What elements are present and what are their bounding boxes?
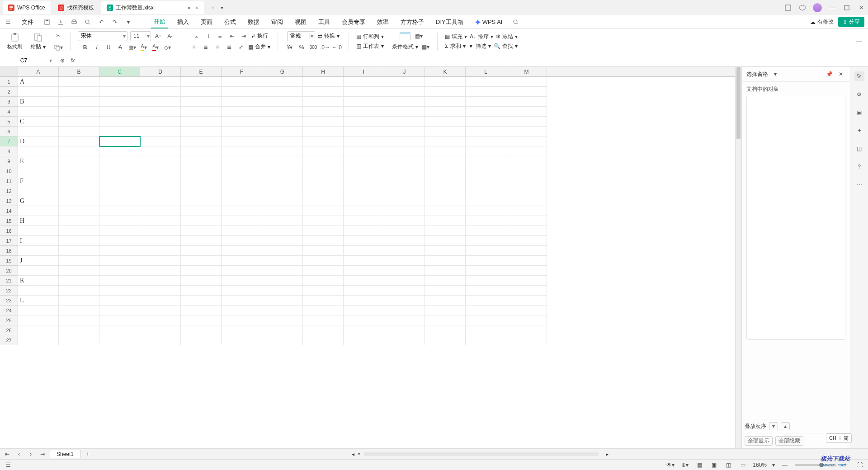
col-header-H[interactable]: H: [303, 67, 344, 76]
cell-I16[interactable]: [344, 226, 384, 236]
cell-K17[interactable]: [425, 236, 466, 246]
cell-J10[interactable]: [384, 166, 425, 176]
sheet-tab-1[interactable]: Sheet1: [50, 450, 80, 458]
cell-A19[interactable]: J: [18, 256, 59, 266]
cell-J8[interactable]: [384, 146, 425, 156]
cell-E19[interactable]: [181, 256, 222, 266]
cell-I2[interactable]: [344, 87, 384, 97]
collapse-ribbon-icon[interactable]: —: [854, 37, 863, 46]
paste-icon[interactable]: [32, 32, 44, 42]
menu-data[interactable]: 数据: [245, 16, 262, 28]
row-header-7[interactable]: 7: [0, 136, 18, 146]
cell-I23[interactable]: [344, 296, 384, 306]
cell-E7[interactable]: [181, 136, 222, 146]
row-header-21[interactable]: 21: [0, 276, 18, 286]
cell-M22[interactable]: [506, 286, 547, 296]
cell-K20[interactable]: [425, 266, 466, 276]
cell-A26[interactable]: [18, 325, 59, 335]
paste-label[interactable]: 粘贴▾: [30, 43, 46, 51]
format-as-table-icon[interactable]: ▦▾: [421, 42, 430, 52]
zoom-out-icon[interactable]: —: [780, 461, 789, 470]
menu-efficiency[interactable]: 效率: [374, 16, 392, 28]
redo-icon[interactable]: ↷: [110, 18, 119, 27]
cell-K12[interactable]: [425, 186, 466, 196]
cell-G7[interactable]: [262, 136, 303, 146]
cell-H22[interactable]: [303, 286, 344, 296]
horizontal-scrollbar[interactable]: ◂•▸: [95, 451, 865, 457]
align-justify-icon[interactable]: ≣: [225, 42, 234, 52]
cell-F26[interactable]: [222, 325, 262, 335]
cell-I20[interactable]: [344, 266, 384, 276]
cell-E13[interactable]: [181, 196, 222, 206]
menu-wps-ai[interactable]: WPS AI: [472, 17, 505, 27]
fill-button[interactable]: ▦填充▾: [445, 33, 467, 41]
cell-G12[interactable]: [262, 186, 303, 196]
col-header-K[interactable]: K: [425, 67, 466, 76]
row-header-19[interactable]: 19: [0, 256, 18, 266]
toolbox-tool-icon[interactable]: ✦: [854, 126, 864, 136]
row-header-3[interactable]: 3: [0, 97, 18, 107]
row-header-5[interactable]: 5: [0, 117, 18, 127]
cell-C12[interactable]: [99, 186, 140, 196]
cell-D15[interactable]: [140, 216, 181, 226]
cell-L4[interactable]: [466, 107, 506, 117]
cell-F21[interactable]: [222, 276, 262, 286]
cell-C3[interactable]: [99, 97, 140, 107]
cell-A3[interactable]: B: [18, 97, 59, 107]
cell-A9[interactable]: E: [18, 156, 59, 166]
search-icon[interactable]: [511, 18, 520, 27]
cell-C22[interactable]: [99, 286, 140, 296]
comma-icon[interactable]: 000: [309, 43, 318, 52]
cell-A5[interactable]: C: [18, 117, 59, 127]
cell-A11[interactable]: F: [18, 176, 59, 186]
cell-F2[interactable]: [222, 87, 262, 97]
cell-L15[interactable]: [466, 216, 506, 226]
window-layout-icon[interactable]: [784, 4, 792, 12]
cell-C10[interactable]: [99, 166, 140, 176]
hamburger-icon[interactable]: ☰: [4, 18, 13, 27]
cell-M3[interactable]: [506, 97, 547, 107]
more-tool-icon[interactable]: ⋯: [854, 180, 864, 190]
cell-E22[interactable]: [181, 286, 222, 296]
cell-M25[interactable]: [506, 315, 547, 325]
cell-C17[interactable]: [99, 236, 140, 246]
cell-G23[interactable]: [262, 296, 303, 306]
cell-C1[interactable]: [99, 77, 140, 87]
cell-C11[interactable]: [99, 176, 140, 186]
cell-J6[interactable]: [384, 127, 425, 136]
cell-I19[interactable]: [344, 256, 384, 266]
cell-K23[interactable]: [425, 296, 466, 306]
cell-M11[interactable]: [506, 176, 547, 186]
cell-H18[interactable]: [303, 246, 344, 256]
cell-M9[interactable]: [506, 156, 547, 166]
cell-A17[interactable]: I: [18, 236, 59, 246]
cell-K1[interactable]: [425, 77, 466, 87]
cell-K16[interactable]: [425, 226, 466, 236]
cell-G26[interactable]: [262, 325, 303, 335]
align-center-icon[interactable]: ≣: [201, 42, 210, 52]
cell-I25[interactable]: [344, 315, 384, 325]
cell-F1[interactable]: [222, 77, 262, 87]
cell-B20[interactable]: [59, 266, 99, 276]
print-icon[interactable]: [70, 18, 79, 27]
cell-F25[interactable]: [222, 315, 262, 325]
cell-J23[interactable]: [384, 296, 425, 306]
cell-L7[interactable]: [466, 136, 506, 146]
first-sheet-icon[interactable]: ⇤: [3, 450, 12, 459]
cond-format-button[interactable]: 条件格式▾: [392, 43, 418, 51]
align-middle-icon[interactable]: ⫲: [204, 32, 213, 41]
cell-M10[interactable]: [506, 166, 547, 176]
cell-A23[interactable]: L: [18, 296, 59, 306]
row-header-14[interactable]: 14: [0, 206, 18, 216]
cell-K26[interactable]: [425, 325, 466, 335]
view-reading-icon[interactable]: ▭: [738, 461, 747, 470]
cell-L5[interactable]: [466, 117, 506, 127]
cell-D24[interactable]: [140, 306, 181, 315]
cell-E23[interactable]: [181, 296, 222, 306]
cell-J14[interactable]: [384, 206, 425, 216]
cell-J13[interactable]: [384, 196, 425, 206]
cell-G4[interactable]: [262, 107, 303, 117]
cell-E20[interactable]: [181, 266, 222, 276]
cell-E8[interactable]: [181, 146, 222, 156]
cell-J26[interactable]: [384, 325, 425, 335]
